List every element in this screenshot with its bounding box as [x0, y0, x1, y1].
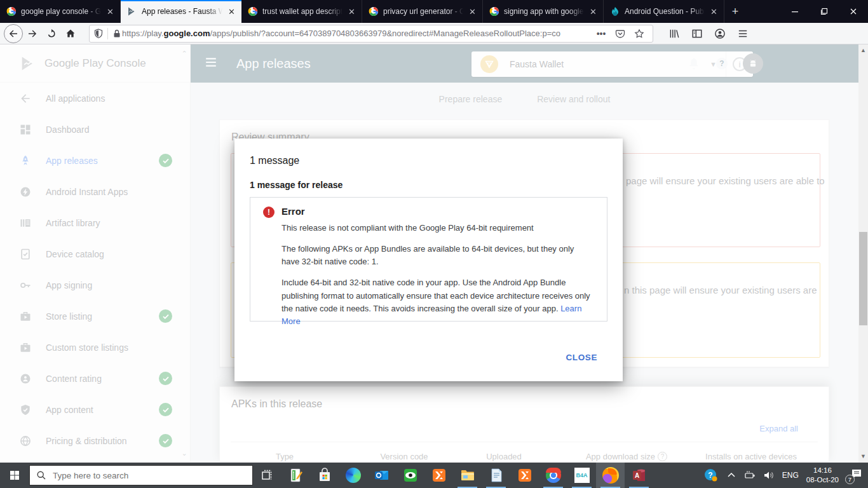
urlbar-divider: [107, 28, 108, 39]
toolbar-right-icons: [665, 25, 752, 43]
forward-button[interactable]: [23, 25, 42, 43]
pocket-icon[interactable]: [611, 25, 630, 43]
tab-privacy-url[interactable]: privacy url generator - Go ✕: [362, 0, 483, 23]
scrollbar-thumb[interactable]: [859, 232, 867, 325]
scroll-down-arrow[interactable]: ▼: [858, 452, 868, 461]
tab-android-question[interactable]: Android Question - Publi ✕: [604, 0, 724, 23]
google-favicon: [489, 6, 499, 17]
volume-icon[interactable]: [763, 470, 775, 481]
b4a-icon[interactable]: B4A: [567, 463, 596, 488]
error-message-box: ! Error This release is not compliant wi…: [250, 197, 607, 322]
tab-close-icon[interactable]: ✕: [468, 7, 477, 17]
reload-button[interactable]: [42, 25, 61, 43]
task-view-icon[interactable]: [253, 463, 281, 488]
url-protocol: https://play.: [122, 29, 164, 38]
tab-title: App releases - Fausta Wa: [142, 7, 222, 16]
notification-center-icon[interactable]: 7: [846, 468, 863, 483]
error-label: Error: [281, 206, 305, 217]
back-button[interactable]: [4, 24, 23, 43]
page-actions-icon[interactable]: •••: [592, 25, 611, 43]
dialog-subtitle: 1 message for release: [234, 166, 623, 190]
page-viewport: Google Play Console All applications Das…: [0, 44, 868, 463]
browser-toolbar: https://play.google.com/apps/publish/?ac…: [0, 23, 868, 44]
xampp-icon[interactable]: [424, 463, 453, 488]
svg-text:?: ?: [708, 471, 712, 480]
window-controls: [780, 0, 868, 23]
tab-close-icon[interactable]: ✕: [347, 7, 356, 17]
edge-icon[interactable]: [339, 463, 367, 488]
minimize-button[interactable]: [780, 0, 810, 23]
tray-chevron-up-icon[interactable]: [726, 470, 736, 480]
file-explorer-icon[interactable]: [453, 463, 482, 488]
page-scrollbar[interactable]: ▲ ▼: [858, 44, 868, 463]
notification-count: 7: [845, 475, 855, 484]
access-icon[interactable]: A: [625, 463, 653, 488]
google-favicon: [369, 6, 379, 17]
microsoft-store-icon[interactable]: [310, 463, 339, 488]
close-window-button[interactable]: [839, 0, 868, 23]
tab-close-icon[interactable]: ✕: [588, 7, 598, 17]
new-tab-button[interactable]: +: [724, 0, 746, 23]
url-path: /apps/publish/?account=64703897048036639…: [210, 29, 560, 38]
url-bar[interactable]: https://play.google.com/apps/publish/?ac…: [89, 25, 653, 43]
time: 14:16: [806, 466, 839, 475]
tab-title: google play console - Go: [21, 7, 101, 16]
error-icon: !: [263, 207, 275, 218]
date: 08-Oct-20: [806, 475, 839, 485]
firefox-icon[interactable]: [596, 463, 625, 488]
tracking-shield-icon[interactable]: [93, 29, 104, 39]
tab-app-releases-active[interactable]: App releases - Fausta Wa ✕: [121, 0, 241, 23]
notepad-icon[interactable]: [482, 463, 510, 488]
account-icon[interactable]: [710, 25, 729, 43]
tab-close-icon[interactable]: ✕: [105, 7, 115, 17]
language-indicator[interactable]: ENG: [782, 471, 799, 480]
bookmark-star-icon[interactable]: [630, 25, 649, 43]
help-tray-icon[interactable]: ?: [703, 468, 719, 483]
error-paragraph-1: This release is not compliant with the G…: [281, 222, 594, 234]
play-console-favicon: [127, 6, 137, 17]
error-body: This release is not compliant with the G…: [281, 222, 594, 336]
outlook-icon[interactable]: [367, 463, 396, 488]
library-icon[interactable]: [665, 25, 684, 43]
google-favicon: [6, 6, 17, 17]
start-button[interactable]: [0, 463, 29, 488]
b4x-flame-favicon: [610, 6, 620, 17]
battery-plug-icon[interactable]: [744, 470, 756, 481]
chrome-icon[interactable]: [539, 463, 567, 488]
maximize-button[interactable]: [810, 0, 839, 23]
tab-title: Android Question - Publi: [625, 7, 705, 16]
menu-hamburger-icon[interactable]: [733, 25, 752, 43]
tab-title: trust wallet app descripti: [262, 7, 342, 16]
search-input[interactable]: [53, 471, 231, 480]
scroll-up-arrow[interactable]: ▲: [858, 46, 868, 55]
tab-title: signing app with google: [504, 7, 584, 16]
messages-dialog: 1 message 1 message for release ! Error …: [234, 139, 623, 381]
system-tray: ? ENG 14:16 08-Oct-20 7: [703, 466, 868, 485]
clock[interactable]: 14:16 08-Oct-20: [806, 466, 839, 485]
tab-google-play-console[interactable]: google play console - Go ✕: [0, 0, 121, 23]
lock-icon[interactable]: [112, 29, 122, 39]
browser-tab-bar: google play console - Go ✕ App releases …: [0, 0, 868, 23]
screen: google play console - Go ✕ App releases …: [0, 0, 868, 488]
notes-app-icon[interactable]: [281, 463, 310, 488]
search-icon: [36, 470, 46, 480]
tab-signing-app[interactable]: signing app with google ✕: [483, 0, 604, 23]
google-favicon: [248, 6, 258, 17]
url-domain: google.com: [164, 29, 210, 38]
tab-close-icon[interactable]: ✕: [227, 7, 236, 17]
svg-text:A: A: [634, 472, 639, 479]
xampp-icon-2[interactable]: [510, 463, 539, 488]
sidebar-toggle-icon[interactable]: [688, 25, 707, 43]
home-button[interactable]: [61, 25, 80, 43]
dialog-title: 1 message: [234, 139, 623, 166]
tab-title: privacy url generator - Go: [383, 7, 463, 16]
windows-taskbar: B4A A ? ENG 14:16 08-Oct-20 7: [0, 463, 868, 488]
tab-trust-wallet[interactable]: trust wallet app descripti ✕: [241, 0, 362, 23]
close-dialog-button[interactable]: CLOSE: [566, 353, 597, 362]
error-paragraph-3: Include 64-bit and 32-bit native code in…: [281, 276, 594, 328]
taskbar-search[interactable]: [29, 465, 253, 485]
error-paragraph-2: The following APKs or App Bundles are av…: [281, 243, 594, 268]
viewer-eye-app-icon[interactable]: [396, 463, 424, 488]
tab-close-icon[interactable]: ✕: [709, 7, 719, 17]
url-text[interactable]: https://play.google.com/apps/publish/?ac…: [122, 29, 592, 38]
